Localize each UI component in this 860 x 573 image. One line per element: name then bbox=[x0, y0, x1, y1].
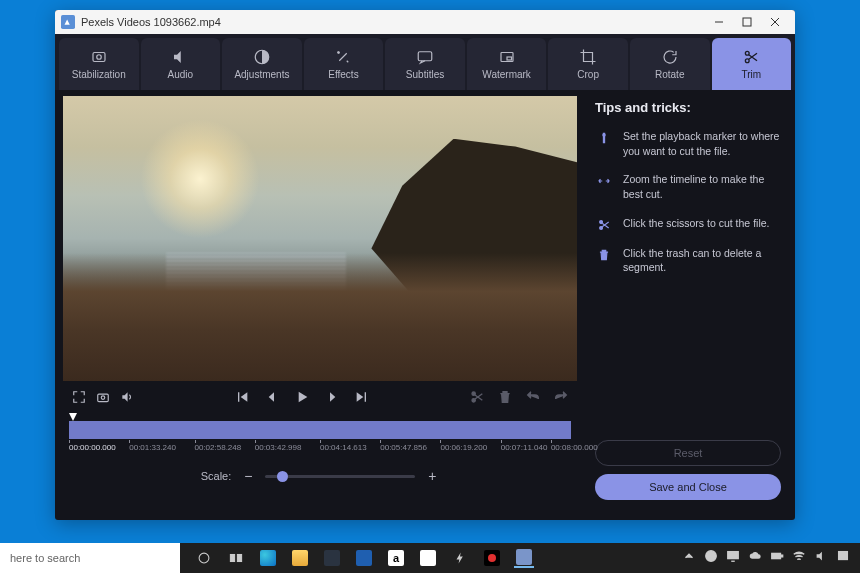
scale-slider[interactable] bbox=[265, 475, 415, 478]
tip-item: Set the playback marker to where you wan… bbox=[595, 129, 781, 158]
svg-rect-23 bbox=[230, 555, 234, 562]
tab-label: Effects bbox=[328, 69, 358, 80]
tray-volume-icon[interactable] bbox=[814, 549, 828, 567]
frame-forward-button[interactable] bbox=[320, 385, 344, 409]
tray-cloud-icon[interactable] bbox=[748, 549, 762, 567]
record-icon[interactable] bbox=[482, 548, 502, 568]
svg-point-20 bbox=[600, 220, 603, 223]
store-icon[interactable] bbox=[322, 548, 342, 568]
tray-help-icon[interactable] bbox=[704, 549, 718, 567]
mail-icon[interactable] bbox=[354, 548, 374, 568]
tab-stabilization[interactable]: Stabilization bbox=[59, 38, 139, 90]
scale-plus-button[interactable]: + bbox=[425, 469, 439, 483]
minimize-button[interactable] bbox=[705, 13, 733, 31]
audio-icon bbox=[171, 48, 189, 66]
undo-button[interactable] bbox=[521, 385, 545, 409]
timeline-track[interactable] bbox=[69, 421, 571, 439]
svg-rect-24 bbox=[237, 555, 241, 562]
effects-icon bbox=[334, 48, 352, 66]
svg-rect-26 bbox=[728, 552, 739, 559]
scale-label: Scale: bbox=[201, 470, 232, 482]
svg-rect-11 bbox=[507, 57, 512, 60]
tip-text: Zoom the timeline to make the best cut. bbox=[623, 172, 781, 201]
timeline-tick: 00:01:33.240 bbox=[129, 443, 176, 452]
scale-control: Scale: − + bbox=[63, 463, 577, 489]
playback-marker[interactable] bbox=[69, 413, 77, 421]
tab-rotate[interactable]: Rotate bbox=[630, 38, 710, 90]
timeline-tick: 00:02:58.248 bbox=[195, 443, 242, 452]
tray-wifi-icon[interactable] bbox=[792, 549, 806, 567]
tips-panel: Tips and tricks: Set the playback marker… bbox=[585, 90, 795, 520]
tip-text: Click the trash can to delete a segment. bbox=[623, 246, 781, 275]
titlebar: Pexels Videos 1093662.mp4 bbox=[55, 10, 795, 34]
tab-label: Crop bbox=[577, 69, 599, 80]
tray-battery-icon[interactable] bbox=[770, 549, 784, 567]
timeline[interactable]: 00:00:00.000 00:01:33.240 00:02:58.248 0… bbox=[63, 413, 577, 463]
stabilization-icon bbox=[90, 48, 108, 66]
timeline-tick: 00:08:00.000 bbox=[551, 443, 598, 452]
bolt-icon[interactable] bbox=[450, 548, 470, 568]
app-window: Pexels Videos 1093662.mp4 Stabilization … bbox=[55, 10, 795, 520]
edge-icon[interactable] bbox=[258, 548, 278, 568]
timeline-ruler: 00:00:00.000 00:01:33.240 00:02:58.248 0… bbox=[69, 443, 571, 459]
tray-chevron-icon[interactable] bbox=[682, 549, 696, 567]
tray-notifications-icon[interactable] bbox=[836, 549, 850, 567]
fullscreen-button[interactable] bbox=[67, 385, 91, 409]
redo-button[interactable] bbox=[549, 385, 573, 409]
cortana-icon[interactable] bbox=[194, 548, 214, 568]
crop-icon bbox=[579, 48, 597, 66]
reset-button[interactable]: Reset bbox=[595, 440, 781, 466]
tab-crop[interactable]: Crop bbox=[548, 38, 628, 90]
taskbar-search[interactable]: here to search bbox=[0, 543, 180, 573]
timeline-tick: 00:05:47.856 bbox=[380, 443, 427, 452]
tab-effects[interactable]: Effects bbox=[304, 38, 384, 90]
subtitles-icon bbox=[416, 48, 434, 66]
svg-rect-29 bbox=[839, 552, 848, 560]
scale-minus-button[interactable]: − bbox=[241, 469, 255, 483]
close-button[interactable] bbox=[761, 13, 789, 31]
video-editor-icon[interactable] bbox=[514, 548, 534, 568]
tab-watermark[interactable]: Watermark bbox=[467, 38, 547, 90]
snapshot-button[interactable] bbox=[91, 385, 115, 409]
timeline-tick: 00:06:19.200 bbox=[440, 443, 487, 452]
volume-button[interactable] bbox=[115, 385, 139, 409]
tray-monitor-icon[interactable] bbox=[726, 549, 740, 567]
tab-label: Trim bbox=[741, 69, 761, 80]
frame-back-button[interactable] bbox=[260, 385, 284, 409]
scissors-icon bbox=[742, 48, 760, 66]
left-panel: 00:00:00.000 00:01:33.240 00:02:58.248 0… bbox=[55, 90, 585, 520]
amazon-icon[interactable]: a bbox=[386, 548, 406, 568]
svg-point-16 bbox=[472, 392, 475, 395]
svg-point-15 bbox=[101, 396, 105, 400]
svg-rect-9 bbox=[418, 52, 432, 61]
tab-trim[interactable]: Trim bbox=[712, 38, 792, 90]
skip-end-button[interactable] bbox=[350, 385, 374, 409]
tip-item: Click the scissors to cut the file. bbox=[595, 216, 781, 232]
taskview-icon[interactable] bbox=[226, 548, 246, 568]
window-title: Pexels Videos 1093662.mp4 bbox=[81, 16, 221, 28]
tab-label: Rotate bbox=[655, 69, 684, 80]
cut-button[interactable] bbox=[465, 385, 489, 409]
save-close-button[interactable]: Save and Close bbox=[595, 474, 781, 500]
tab-label: Watermark bbox=[482, 69, 531, 80]
trash-icon bbox=[595, 246, 613, 275]
timeline-tick: 00:07:11.040 bbox=[501, 443, 548, 452]
tab-adjustments[interactable]: Adjustments bbox=[222, 38, 302, 90]
dropbox-icon[interactable] bbox=[418, 548, 438, 568]
svg-point-8 bbox=[338, 52, 340, 54]
watermark-icon bbox=[498, 48, 516, 66]
tab-label: Audio bbox=[168, 69, 194, 80]
tab-audio[interactable]: Audio bbox=[141, 38, 221, 90]
tip-item: Zoom the timeline to make the best cut. bbox=[595, 172, 781, 201]
video-preview[interactable] bbox=[63, 96, 577, 381]
play-button[interactable] bbox=[290, 385, 314, 409]
svg-point-6 bbox=[97, 55, 102, 60]
delete-button[interactable] bbox=[493, 385, 517, 409]
slider-thumb[interactable] bbox=[277, 471, 288, 482]
tab-label: Subtitles bbox=[406, 69, 444, 80]
tips-title: Tips and tricks: bbox=[595, 100, 781, 115]
tab-subtitles[interactable]: Subtitles bbox=[385, 38, 465, 90]
skip-start-button[interactable] bbox=[230, 385, 254, 409]
maximize-button[interactable] bbox=[733, 13, 761, 31]
explorer-icon[interactable] bbox=[290, 548, 310, 568]
